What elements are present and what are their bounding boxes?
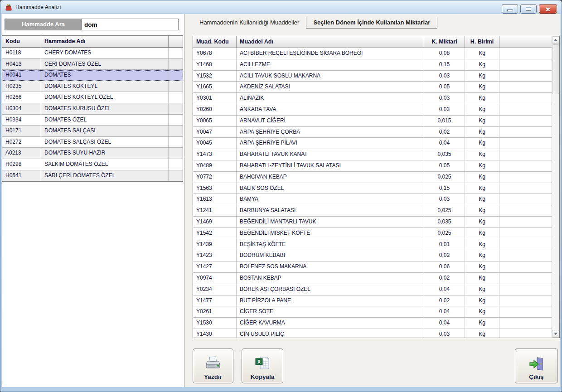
hammadde-row[interactable]: H0266DOMATES KOKTEYL ÖZEL bbox=[2, 92, 183, 103]
left-panel: Hammadde Ara Kodu Hammadde Adı H0118CHER… bbox=[2, 14, 184, 387]
cell-muad-kodu: Y0772 bbox=[193, 172, 237, 183]
maximize-button[interactable] bbox=[520, 4, 537, 14]
cell-h-birimi: Kg bbox=[465, 160, 499, 171]
hammadde-row[interactable]: H0235DOMATES KOKTEYL bbox=[2, 81, 183, 92]
cell-h-birimi: Kg bbox=[465, 306, 499, 317]
muaddel-row[interactable]: Y0772BAHCIVAN KEBAP0,025Kg bbox=[193, 172, 552, 183]
muaddel-row[interactable]: Y0260ANKARA TAVA0,03Kg bbox=[193, 104, 552, 116]
scroll-down-button[interactable] bbox=[552, 330, 559, 338]
print-button[interactable]: Yazdır bbox=[193, 348, 233, 383]
excel-spreadsheet-icon: X bbox=[255, 356, 270, 372]
cell-filler bbox=[499, 172, 552, 183]
cell-kodu: H0541 bbox=[2, 170, 41, 181]
cell-muaddel-adi: BOSTAN KEBAP bbox=[237, 273, 424, 284]
muaddel-row[interactable]: Y1473BAHARATLI TAVUK KANAT0,035Kg bbox=[193, 149, 552, 160]
tab-kullanildigi-muaddeller[interactable]: Hammaddenin Kullanıldığı Muaddeller bbox=[193, 17, 306, 29]
cell-filler bbox=[169, 70, 183, 81]
cell-filler bbox=[499, 261, 552, 272]
col-header-hammadde-adi[interactable]: Hammadde Adı bbox=[41, 36, 169, 47]
muaddel-row[interactable]: Y0301ALİNAZİK0,03Kg bbox=[193, 93, 552, 104]
muaddel-row[interactable]: Y1665AKDENİZ SALATASI0,05Kg bbox=[193, 82, 552, 93]
hammadde-row[interactable]: H0118CHERY DOMATES bbox=[2, 48, 183, 59]
col-header-h-birimi[interactable]: H. Birimi bbox=[465, 36, 499, 48]
cell-filler bbox=[499, 217, 552, 227]
muaddel-row[interactable]: Y1613BAMYA0,03Kg bbox=[193, 194, 552, 205]
hammadde-row[interactable]: H0171DOMATES SALÇASI bbox=[2, 126, 183, 137]
cell-filler bbox=[499, 160, 552, 171]
cell-filler bbox=[499, 329, 552, 338]
cell-h-birimi: Kg bbox=[465, 71, 499, 82]
window-content: Hammadde Ara Kodu Hammadde Adı H0118CHER… bbox=[2, 14, 560, 387]
cell-muad-kodu: Y1477 bbox=[193, 295, 237, 306]
tab-kullanilan-miktarlar[interactable]: Seçilen Dönem İçinde Kullanılan Miktarla… bbox=[306, 17, 437, 29]
cell-filler bbox=[499, 239, 552, 250]
titlebar[interactable]: Hammadde Analizi bbox=[0, 0, 562, 14]
exit-button[interactable]: Çıkış bbox=[515, 348, 558, 383]
cell-muad-kodu: Y1665 bbox=[193, 82, 237, 92]
cell-muad-kodu: Y0260 bbox=[193, 104, 237, 115]
scroll-up-button[interactable] bbox=[552, 36, 559, 44]
cell-filler bbox=[499, 59, 552, 70]
muaddel-row[interactable]: Y0261CİGER SOTE0,04Kg bbox=[193, 306, 552, 318]
muaddel-row[interactable]: Y0045ARPA ŞEHRİYE PİLAVI0,04Kg bbox=[193, 138, 552, 149]
muaddel-row[interactable]: Y1241BARBUNYA SALATASI0,025Kg bbox=[193, 205, 552, 217]
hammadde-row[interactable]: A0213DOMATES SUYU HAZIR bbox=[2, 148, 183, 159]
search-input[interactable] bbox=[82, 19, 178, 30]
cell-h-birimi: Kg bbox=[465, 273, 499, 284]
copy-button[interactable]: X Kopyala bbox=[242, 348, 283, 383]
cell-k-miktari: 0,15 bbox=[424, 183, 465, 194]
cell-filler bbox=[499, 228, 552, 239]
muaddel-row[interactable]: Y0234BÖREK AŞI ÇORBASI ÖZEL0,04Kg bbox=[193, 284, 552, 295]
cell-h-birimi: Kg bbox=[465, 228, 499, 239]
col-header-muad-kodu[interactable]: Muad. Kodu bbox=[193, 36, 237, 48]
col-header-filler bbox=[499, 36, 552, 48]
muaddel-row[interactable]: Y1530CİĞER KAVURMA0,04Kg bbox=[193, 318, 552, 329]
cell-k-miktari: 0,015 bbox=[424, 116, 465, 126]
cell-filler bbox=[499, 295, 552, 306]
close-button[interactable] bbox=[539, 4, 557, 14]
muaddel-row[interactable]: Y1542BEĞENDİLİ MİSKET KÖFTE0,025Kg bbox=[193, 228, 552, 239]
cell-muad-kodu: Y0678 bbox=[193, 48, 237, 59]
muaddel-row[interactable]: Y1430CİN USULÜ PİLİÇ0,03Kg bbox=[193, 329, 552, 338]
muaddel-row[interactable]: Y1427BOLENEZ SOS MAKARNA0,06Kg bbox=[193, 261, 552, 273]
cell-k-miktari: 0,04 bbox=[424, 318, 465, 329]
col-header-k-miktari[interactable]: K. Miktari bbox=[424, 36, 465, 48]
muaddel-grid: Muad. Kodu Muaddel Adı K. Miktari H. Bir… bbox=[193, 36, 560, 338]
muaddel-row[interactable]: Y1477BUT PİRZOLA PANE0,02Kg bbox=[193, 295, 552, 307]
cell-hammadde-adi: DOMATES SUYU HAZIR bbox=[41, 148, 169, 159]
muaddel-row[interactable]: Y1439BEŞİKTAŞ KÖFTE0,01Kg bbox=[193, 239, 552, 251]
muaddel-row[interactable]: Y1532ACILI TAVUK SOSLU MAKARNA0,03Kg bbox=[193, 71, 552, 82]
hammadde-row[interactable]: H0298SALKIM DOMATES ÖZEL bbox=[2, 159, 183, 170]
cell-kodu: H0235 bbox=[2, 81, 41, 92]
muaddel-row[interactable]: Y1469BEĞENDİLİ MANTARLI TAVUK0,035Kg bbox=[193, 217, 552, 228]
muaddel-row[interactable]: Y1468ACILI EZME0,15Kg bbox=[193, 59, 552, 71]
hammadde-row[interactable]: H0334DOMATES ÖZEL bbox=[2, 115, 183, 126]
cell-filler bbox=[169, 59, 183, 70]
muaddel-row[interactable]: Y0047ARPA ŞEHRİYE ÇORBA0,02Kg bbox=[193, 127, 552, 138]
muaddel-row[interactable]: Y0489BAHARATLI-ZEYTİNLİ TAVUK SALATASI0,… bbox=[193, 160, 552, 172]
cell-hammadde-adi: DOMATES KOKTEYL ÖZEL bbox=[41, 92, 169, 103]
cell-muad-kodu: Y0065 bbox=[193, 116, 237, 126]
cell-k-miktari: 0,15 bbox=[424, 59, 465, 70]
hammadde-grid-header: Kodu Hammadde Adı bbox=[2, 36, 183, 48]
muaddel-row[interactable]: Y0678ACI BİBER REÇELİ EŞLİĞİNDE SİGARA B… bbox=[193, 48, 552, 59]
hammadde-row[interactable]: H0541SARI ÇERİ DOMATES ÖZEL bbox=[2, 170, 183, 182]
hammadde-row[interactable]: H0272DOMATES SALÇASI ÖZEL bbox=[2, 137, 183, 148]
hammadde-row[interactable]: H0041DOMATES bbox=[2, 70, 183, 81]
scrollbar-thumb[interactable] bbox=[552, 44, 559, 94]
col-header-muaddel-adi[interactable]: Muaddel Adı bbox=[237, 36, 424, 48]
cell-k-miktari: 0,03 bbox=[424, 329, 465, 338]
hammadde-row[interactable]: H0413ÇERİ DOMATES ÖZEL bbox=[2, 59, 183, 70]
muaddel-row[interactable]: Y0065ARNAVUT CİĞERİ0,015Kg bbox=[193, 116, 552, 127]
muaddel-row[interactable]: Y1563BALIK SOS ÖZEL0,15Kg bbox=[193, 183, 552, 194]
vertical-scrollbar[interactable] bbox=[552, 36, 559, 338]
cell-muad-kodu: Y1473 bbox=[193, 149, 237, 160]
hammadde-row[interactable]: H0304DOMATES KURUSU ÖZEL bbox=[2, 103, 183, 115]
muaddel-row[interactable]: Y0974BOSTAN KEBAP0,02Kg bbox=[193, 273, 552, 284]
cell-k-miktari: 0,025 bbox=[424, 228, 465, 239]
col-header-kodu[interactable]: Kodu bbox=[2, 36, 41, 47]
minimize-button[interactable] bbox=[502, 4, 518, 14]
muaddel-row[interactable]: Y1423BODRUM KEBABI0,02Kg bbox=[193, 250, 552, 261]
arrow-up-icon bbox=[554, 39, 557, 41]
cell-filler bbox=[499, 318, 552, 329]
